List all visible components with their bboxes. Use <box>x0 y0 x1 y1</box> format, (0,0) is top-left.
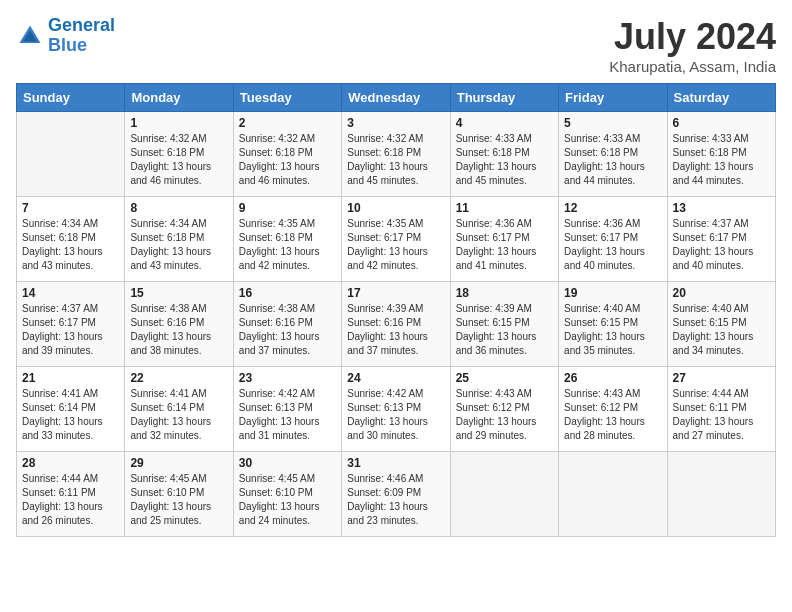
day-number: 15 <box>130 286 227 300</box>
day-detail: Sunrise: 4:43 AMSunset: 6:12 PMDaylight:… <box>564 387 661 443</box>
day-number: 22 <box>130 371 227 385</box>
col-tuesday: Tuesday <box>233 84 341 112</box>
day-number: 26 <box>564 371 661 385</box>
day-detail: Sunrise: 4:42 AMSunset: 6:13 PMDaylight:… <box>347 387 444 443</box>
calendar-cell <box>559 452 667 537</box>
day-detail: Sunrise: 4:36 AMSunset: 6:17 PMDaylight:… <box>456 217 553 273</box>
day-detail: Sunrise: 4:41 AMSunset: 6:14 PMDaylight:… <box>22 387 119 443</box>
day-number: 10 <box>347 201 444 215</box>
day-number: 5 <box>564 116 661 130</box>
calendar-cell: 14 Sunrise: 4:37 AMSunset: 6:17 PMDaylig… <box>17 282 125 367</box>
day-detail: Sunrise: 4:33 AMSunset: 6:18 PMDaylight:… <box>673 132 770 188</box>
day-detail: Sunrise: 4:33 AMSunset: 6:18 PMDaylight:… <box>456 132 553 188</box>
day-number: 21 <box>22 371 119 385</box>
day-number: 18 <box>456 286 553 300</box>
day-number: 4 <box>456 116 553 130</box>
day-number: 14 <box>22 286 119 300</box>
day-number: 30 <box>239 456 336 470</box>
day-detail: Sunrise: 4:39 AMSunset: 6:16 PMDaylight:… <box>347 302 444 358</box>
day-number: 28 <box>22 456 119 470</box>
calendar-table: Sunday Monday Tuesday Wednesday Thursday… <box>16 83 776 537</box>
calendar-cell: 17 Sunrise: 4:39 AMSunset: 6:16 PMDaylig… <box>342 282 450 367</box>
col-saturday: Saturday <box>667 84 775 112</box>
day-detail: Sunrise: 4:41 AMSunset: 6:14 PMDaylight:… <box>130 387 227 443</box>
calendar-cell: 20 Sunrise: 4:40 AMSunset: 6:15 PMDaylig… <box>667 282 775 367</box>
day-number: 2 <box>239 116 336 130</box>
calendar-header-row: Sunday Monday Tuesday Wednesday Thursday… <box>17 84 776 112</box>
day-number: 25 <box>456 371 553 385</box>
calendar-cell: 4 Sunrise: 4:33 AMSunset: 6:18 PMDayligh… <box>450 112 558 197</box>
day-number: 20 <box>673 286 770 300</box>
calendar-week-row: 1 Sunrise: 4:32 AMSunset: 6:18 PMDayligh… <box>17 112 776 197</box>
calendar-cell: 21 Sunrise: 4:41 AMSunset: 6:14 PMDaylig… <box>17 367 125 452</box>
day-number: 9 <box>239 201 336 215</box>
day-number: 11 <box>456 201 553 215</box>
day-detail: Sunrise: 4:46 AMSunset: 6:09 PMDaylight:… <box>347 472 444 528</box>
day-detail: Sunrise: 4:39 AMSunset: 6:15 PMDaylight:… <box>456 302 553 358</box>
col-thursday: Thursday <box>450 84 558 112</box>
calendar-cell: 7 Sunrise: 4:34 AMSunset: 6:18 PMDayligh… <box>17 197 125 282</box>
calendar-cell: 10 Sunrise: 4:35 AMSunset: 6:17 PMDaylig… <box>342 197 450 282</box>
calendar-cell: 23 Sunrise: 4:42 AMSunset: 6:13 PMDaylig… <box>233 367 341 452</box>
calendar-cell: 13 Sunrise: 4:37 AMSunset: 6:17 PMDaylig… <box>667 197 775 282</box>
calendar-cell: 29 Sunrise: 4:45 AMSunset: 6:10 PMDaylig… <box>125 452 233 537</box>
calendar-cell: 1 Sunrise: 4:32 AMSunset: 6:18 PMDayligh… <box>125 112 233 197</box>
day-number: 17 <box>347 286 444 300</box>
day-number: 12 <box>564 201 661 215</box>
day-detail: Sunrise: 4:37 AMSunset: 6:17 PMDaylight:… <box>22 302 119 358</box>
day-detail: Sunrise: 4:44 AMSunset: 6:11 PMDaylight:… <box>22 472 119 528</box>
day-detail: Sunrise: 4:34 AMSunset: 6:18 PMDaylight:… <box>130 217 227 273</box>
calendar-week-row: 7 Sunrise: 4:34 AMSunset: 6:18 PMDayligh… <box>17 197 776 282</box>
calendar-cell: 16 Sunrise: 4:38 AMSunset: 6:16 PMDaylig… <box>233 282 341 367</box>
day-detail: Sunrise: 4:37 AMSunset: 6:17 PMDaylight:… <box>673 217 770 273</box>
calendar-cell <box>17 112 125 197</box>
calendar-cell: 30 Sunrise: 4:45 AMSunset: 6:10 PMDaylig… <box>233 452 341 537</box>
day-number: 6 <box>673 116 770 130</box>
day-detail: Sunrise: 4:32 AMSunset: 6:18 PMDaylight:… <box>347 132 444 188</box>
calendar-cell: 26 Sunrise: 4:43 AMSunset: 6:12 PMDaylig… <box>559 367 667 452</box>
header: General Blue July 2024 Kharupatia, Assam… <box>16 16 776 75</box>
calendar-cell: 27 Sunrise: 4:44 AMSunset: 6:11 PMDaylig… <box>667 367 775 452</box>
day-number: 3 <box>347 116 444 130</box>
day-number: 13 <box>673 201 770 215</box>
day-detail: Sunrise: 4:42 AMSunset: 6:13 PMDaylight:… <box>239 387 336 443</box>
day-detail: Sunrise: 4:44 AMSunset: 6:11 PMDaylight:… <box>673 387 770 443</box>
col-monday: Monday <box>125 84 233 112</box>
day-detail: Sunrise: 4:40 AMSunset: 6:15 PMDaylight:… <box>673 302 770 358</box>
day-detail: Sunrise: 4:45 AMSunset: 6:10 PMDaylight:… <box>239 472 336 528</box>
day-detail: Sunrise: 4:32 AMSunset: 6:18 PMDaylight:… <box>130 132 227 188</box>
month-title: July 2024 <box>609 16 776 58</box>
logo: General Blue <box>16 16 115 56</box>
calendar-cell <box>667 452 775 537</box>
calendar-week-row: 14 Sunrise: 4:37 AMSunset: 6:17 PMDaylig… <box>17 282 776 367</box>
day-number: 27 <box>673 371 770 385</box>
day-detail: Sunrise: 4:45 AMSunset: 6:10 PMDaylight:… <box>130 472 227 528</box>
day-detail: Sunrise: 4:38 AMSunset: 6:16 PMDaylight:… <box>239 302 336 358</box>
day-number: 7 <box>22 201 119 215</box>
day-detail: Sunrise: 4:40 AMSunset: 6:15 PMDaylight:… <box>564 302 661 358</box>
logo-icon <box>16 22 44 50</box>
calendar-cell: 11 Sunrise: 4:36 AMSunset: 6:17 PMDaylig… <box>450 197 558 282</box>
calendar-cell: 22 Sunrise: 4:41 AMSunset: 6:14 PMDaylig… <box>125 367 233 452</box>
day-detail: Sunrise: 4:35 AMSunset: 6:17 PMDaylight:… <box>347 217 444 273</box>
calendar-cell: 6 Sunrise: 4:33 AMSunset: 6:18 PMDayligh… <box>667 112 775 197</box>
day-number: 1 <box>130 116 227 130</box>
day-detail: Sunrise: 4:43 AMSunset: 6:12 PMDaylight:… <box>456 387 553 443</box>
calendar-cell: 5 Sunrise: 4:33 AMSunset: 6:18 PMDayligh… <box>559 112 667 197</box>
day-detail: Sunrise: 4:36 AMSunset: 6:17 PMDaylight:… <box>564 217 661 273</box>
day-detail: Sunrise: 4:32 AMSunset: 6:18 PMDaylight:… <box>239 132 336 188</box>
title-area: July 2024 Kharupatia, Assam, India <box>609 16 776 75</box>
calendar-cell: 12 Sunrise: 4:36 AMSunset: 6:17 PMDaylig… <box>559 197 667 282</box>
calendar-cell: 9 Sunrise: 4:35 AMSunset: 6:18 PMDayligh… <box>233 197 341 282</box>
calendar-cell: 28 Sunrise: 4:44 AMSunset: 6:11 PMDaylig… <box>17 452 125 537</box>
calendar-week-row: 21 Sunrise: 4:41 AMSunset: 6:14 PMDaylig… <box>17 367 776 452</box>
col-friday: Friday <box>559 84 667 112</box>
calendar-cell: 31 Sunrise: 4:46 AMSunset: 6:09 PMDaylig… <box>342 452 450 537</box>
calendar-cell: 18 Sunrise: 4:39 AMSunset: 6:15 PMDaylig… <box>450 282 558 367</box>
calendar-cell: 15 Sunrise: 4:38 AMSunset: 6:16 PMDaylig… <box>125 282 233 367</box>
day-number: 29 <box>130 456 227 470</box>
calendar-cell: 24 Sunrise: 4:42 AMSunset: 6:13 PMDaylig… <box>342 367 450 452</box>
day-detail: Sunrise: 4:38 AMSunset: 6:16 PMDaylight:… <box>130 302 227 358</box>
calendar-cell: 25 Sunrise: 4:43 AMSunset: 6:12 PMDaylig… <box>450 367 558 452</box>
calendar-cell: 2 Sunrise: 4:32 AMSunset: 6:18 PMDayligh… <box>233 112 341 197</box>
